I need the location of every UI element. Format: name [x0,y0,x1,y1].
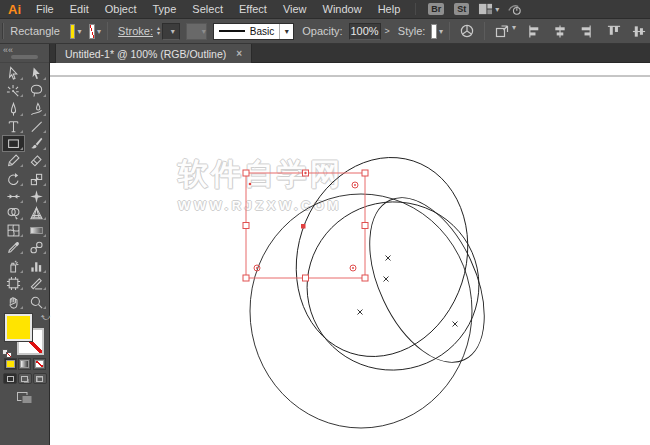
menu-window[interactable]: Window [315,3,370,15]
align-center-button[interactable] [552,24,568,39]
menu-effect[interactable]: Effect [231,3,275,15]
paintbrush-icon [29,136,44,151]
color-button[interactable] [4,358,17,370]
tool-shape-builder[interactable] [2,205,25,222]
slice-icon [29,276,44,291]
tool-paintbrush[interactable] [25,135,48,152]
screen-mode-icon [16,390,34,405]
draw-normal-button[interactable] [3,373,17,384]
tool-zoom[interactable] [25,294,48,311]
vertical-align-top-button[interactable] [606,24,622,39]
stroke-chevron-icon[interactable]: ▾ [97,27,101,36]
menu-type[interactable]: Type [145,3,185,15]
align-right-button[interactable] [577,24,593,39]
tool-lasso[interactable] [25,82,48,99]
gradient-button[interactable] [18,358,31,370]
menu-edit[interactable]: Edit [62,3,97,15]
vertical-align-center-button[interactable] [631,24,647,39]
stroke-weight-combo[interactable]: ▾ [162,23,180,40]
stroke-weight-stepper[interactable]: ▴▾ [157,26,160,36]
tool-scale[interactable] [25,171,48,188]
magic-wand-icon [6,83,21,98]
default-fill-stroke-icon[interactable] [2,349,12,358]
illustrator-app: { "colors": { "fill_yellow": "#ffe400", … [0,0,650,445]
panel-drag-handle[interactable] [11,55,38,59]
collapse-panel-icon[interactable]: «« [3,45,13,55]
recolor-artwork-button[interactable] [459,23,475,39]
brush-stroke-preview [219,30,245,32]
brush-definition-combo[interactable]: Basic ▾ [213,23,294,40]
tool-hand[interactable] [2,294,25,311]
tool-width[interactable] [2,188,25,205]
separator [484,22,485,40]
type-icon [6,119,21,134]
tool-selection[interactable] [2,65,25,82]
fill-chevron-icon[interactable]: ▾ [77,27,81,36]
selection-center-point [301,224,306,229]
horizontal-align-left-icon [527,24,543,39]
zoom-icon [29,295,44,310]
draw-inside-icon [36,376,43,382]
tool-line-segment[interactable] [25,118,48,135]
tool-rectangle[interactable] [2,135,25,152]
styles-panel-button[interactable]: St [454,3,469,15]
tools-grid [2,65,48,311]
fill-indicator-swatch[interactable] [5,314,32,341]
draw-behind-button[interactable] [18,373,32,384]
control-bar: Rectangle ▾ ▾ Stroke: ▴▾ ▾ ▾ Basic ▾ Opa… [0,19,650,44]
align-left-button[interactable] [527,24,543,39]
tool-column-graph[interactable] [25,258,48,275]
tool-slice[interactable] [25,275,48,292]
sync-settings-button[interactable] [507,2,522,16]
menu-help[interactable]: Help [370,3,409,15]
stroke-panel-link[interactable]: Stroke: [118,25,153,37]
style-swatch[interactable] [431,24,437,39]
fill-color-swatch[interactable] [70,24,76,39]
chevron-down-icon: ▾ [512,23,516,39]
none-button[interactable] [33,358,46,370]
eyedropper-icon [6,240,21,255]
gradient-icon [20,360,29,368]
tool-symbol-sprayer[interactable] [2,258,25,275]
tool-direct-selection[interactable] [25,65,48,82]
tool-curvature[interactable] [25,101,48,118]
stroke-color-swatch[interactable] [89,24,95,39]
tool-pencil[interactable] [2,152,25,169]
workspace-switcher-button[interactable]: ▾ [478,2,499,16]
tool-mesh[interactable] [2,222,25,239]
tool-blend[interactable] [25,239,48,256]
drawing-mode-buttons [0,373,50,384]
tool-eraser[interactable] [25,152,48,169]
column-graph-icon [29,259,44,274]
opacity-field[interactable]: 100% [349,23,381,40]
tool-gradient[interactable] [25,222,48,239]
horizontal-align-center-icon [552,24,568,39]
menu-object[interactable]: Object [97,3,145,15]
selection-bounding-box[interactable] [243,170,368,281]
swap-fill-stroke-icon[interactable]: ⤸ [40,315,51,320]
chevron-down-icon: ▾ [495,5,499,14]
menu-select[interactable]: Select [184,3,231,15]
tool-pen[interactable] [2,101,25,118]
tool-rotate[interactable] [2,171,25,188]
style-chevron-icon[interactable]: ▾ [439,27,443,36]
tool-type[interactable] [2,118,25,135]
menu-file[interactable]: File [28,3,62,15]
tool-magic-wand[interactable] [2,82,25,99]
tool-eyedropper[interactable] [2,239,25,256]
opacity-label: Opacity: [302,25,342,37]
tool-artboard[interactable] [2,275,25,292]
canvas[interactable]: 软件自学网 WWW.RJZXW.COM [50,63,650,445]
opacity-more-button[interactable]: > [381,26,394,36]
menu-view[interactable]: View [275,3,315,15]
screen-mode-button[interactable] [0,390,50,405]
transform-flyout-button[interactable]: ▾ [494,23,516,39]
draw-normal-icon [7,376,14,382]
tool-perspective-grid[interactable] [25,205,48,222]
document-tab[interactable]: Untitled-1* @ 100% (RGB/Outline) × [55,44,252,63]
tools-panel-header[interactable]: «« [0,44,49,63]
tool-free-transform[interactable] [25,188,48,205]
draw-inside-button[interactable] [33,373,47,384]
brushes-panel-button[interactable]: Br [428,3,444,15]
tab-close-button[interactable]: × [236,48,242,59]
